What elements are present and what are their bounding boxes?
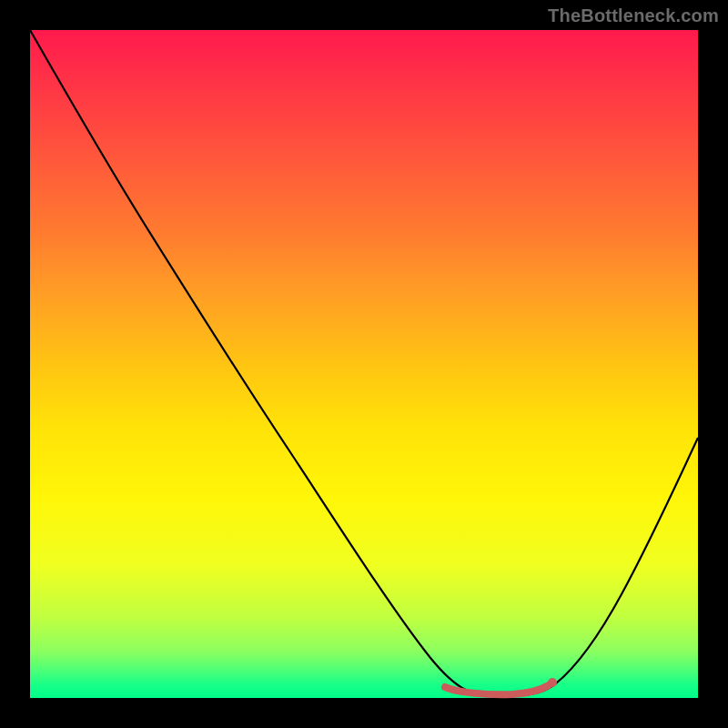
bottleneck-curve [30, 30, 698, 695]
chart-frame: TheBottleneck.com [0, 0, 728, 728]
curve-layer [30, 30, 698, 698]
watermark-text: TheBottleneck.com [548, 5, 719, 26]
plot-area [30, 30, 698, 698]
optimal-range-end-dot [548, 678, 557, 687]
